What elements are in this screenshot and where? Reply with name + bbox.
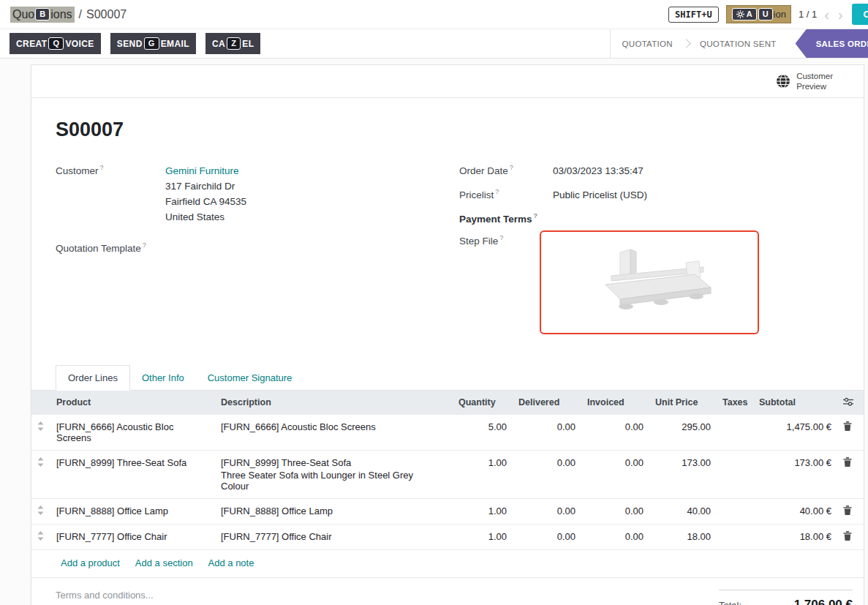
cell-quantity[interactable]: 1.00 bbox=[453, 450, 513, 498]
drag-handle-icon[interactable] bbox=[31, 498, 50, 524]
cell-delivered[interactable]: 0.00 bbox=[513, 450, 581, 498]
cell-delivered[interactable]: 0.00 bbox=[513, 498, 581, 524]
order-line-row[interactable]: [FURN_8999] Three-Seat Sofa [FURN_8999] … bbox=[31, 450, 864, 498]
button-label: EMAIL bbox=[161, 39, 189, 49]
cell-unit-price[interactable]: 173.00 bbox=[649, 450, 717, 498]
add-section-link[interactable]: Add a section bbox=[135, 557, 193, 568]
cell-invoiced[interactable]: 0.00 bbox=[581, 524, 649, 549]
column-header-invoiced: Invoiced bbox=[581, 391, 649, 415]
cell-delivered[interactable]: 0.00 bbox=[513, 415, 581, 451]
customer-field-label: Customer? bbox=[56, 163, 165, 225]
form-fields: Customer? Gemini Furniture 317 Fairchild… bbox=[56, 163, 839, 343]
delete-row-icon[interactable] bbox=[843, 457, 852, 467]
cell-taxes[interactable] bbox=[717, 524, 753, 549]
cell-taxes[interactable] bbox=[717, 415, 753, 451]
add-product-link[interactable]: Add a product bbox=[61, 557, 120, 568]
delete-row-icon[interactable] bbox=[843, 421, 852, 431]
cell-delivered[interactable]: 0.00 bbox=[513, 524, 581, 549]
cell-unit-price[interactable]: 18.00 bbox=[649, 524, 717, 549]
cell-invoiced[interactable]: 0.00 bbox=[581, 415, 649, 451]
button-label: CA bbox=[212, 39, 225, 49]
tab-order-lines[interactable]: Order Lines bbox=[56, 365, 130, 391]
help-question-mark: ? bbox=[495, 188, 499, 195]
column-header-taxes: Taxes bbox=[717, 391, 753, 415]
customer-preview-button[interactable]: Customer Preview bbox=[776, 71, 833, 91]
help-question-mark: ? bbox=[100, 164, 104, 171]
pricelist-field-value[interactable]: Public Pricelist (USD) bbox=[553, 187, 647, 203]
chevron-left-icon[interactable]: ‹ bbox=[823, 7, 831, 22]
button-label: VOICE bbox=[65, 39, 94, 49]
cell-product[interactable]: [FURN_7777] Office Chair bbox=[50, 524, 215, 549]
customer-address-line2: Fairfield CA 94535 bbox=[165, 194, 246, 209]
delete-row-icon[interactable] bbox=[843, 531, 852, 541]
cell-quantity[interactable]: 5.00 bbox=[453, 415, 513, 451]
drag-handle-icon[interactable] bbox=[31, 415, 50, 451]
customer-address-line1: 317 Fairchild Dr bbox=[165, 179, 246, 194]
stage-sales-order[interactable]: SALES ORDER bbox=[796, 29, 868, 58]
cell-unit-price[interactable]: 295.00 bbox=[649, 415, 717, 451]
column-header-delivered: Delivered bbox=[513, 391, 581, 415]
create-invoice-button[interactable]: CREATQVOICE bbox=[10, 33, 101, 54]
button-label: SEND bbox=[117, 39, 143, 49]
optional-columns-button[interactable] bbox=[837, 391, 864, 415]
help-question-mark: ? bbox=[510, 164, 513, 171]
quotation-template-field-label: Quotation Template? bbox=[56, 241, 165, 254]
breadcrumb-separator: / bbox=[79, 8, 82, 21]
breadcrumb-parent-text-pre: Quo bbox=[12, 8, 34, 21]
close-button[interactable]: Close bbox=[852, 4, 868, 25]
customer-name-link[interactable]: Gemini Furniture bbox=[165, 163, 246, 179]
cell-unit-price[interactable]: 40.00 bbox=[649, 498, 717, 524]
order-line-row[interactable]: [FURN_8888] Office Lamp [FURN_8888] Offi… bbox=[31, 498, 864, 524]
column-header-unit-price: Unit Price bbox=[649, 391, 717, 415]
stage-quotation-sent[interactable]: QUOTATION SENT bbox=[688, 29, 788, 58]
column-header-product: Product bbox=[50, 391, 215, 415]
drag-handle-icon[interactable] bbox=[31, 450, 50, 498]
total-value: 1,706.00 € bbox=[794, 598, 853, 605]
tab-customer-signature[interactable]: Customer Signature bbox=[196, 366, 304, 390]
cell-taxes[interactable] bbox=[717, 498, 753, 524]
cell-product[interactable]: [FURN_8999] Three-Seat Sofa bbox=[50, 450, 215, 498]
cell-description[interactable]: [FURN_6666] Acoustic Bloc Screens bbox=[215, 415, 453, 451]
cell-description[interactable]: [FURN_8999] Three-Seat Sofa Three Seater… bbox=[215, 450, 453, 498]
action-menu-button[interactable]: A U ion bbox=[726, 5, 791, 23]
control-panel: CREATQVOICE SENDGEMAIL CAZEL QUOTATION Q… bbox=[0, 29, 868, 59]
notebook-tabs: Order Lines Other Info Customer Signatur… bbox=[31, 365, 864, 391]
cell-quantity[interactable]: 1.00 bbox=[453, 524, 513, 549]
cell-description[interactable]: [FURN_8888] Office Lamp bbox=[215, 498, 453, 524]
record-title: S00007 bbox=[56, 119, 839, 141]
order-line-row[interactable]: [FURN_6666] Acoustic Bloc Screens [FURN_… bbox=[31, 415, 864, 451]
cell-invoiced[interactable]: 0.00 bbox=[581, 498, 649, 524]
cell-product[interactable]: [FURN_6666] Acoustic Bloc Screens bbox=[50, 415, 215, 451]
form-sheet: Customer Preview S00007 Customer? Gemini… bbox=[31, 64, 864, 605]
cell-product[interactable]: [FURN_8888] Office Lamp bbox=[50, 498, 215, 524]
delete-row-icon[interactable] bbox=[843, 506, 852, 515]
tab-other-info[interactable]: Other Info bbox=[130, 366, 196, 390]
breadcrumb-parent[interactable]: QuoBions bbox=[10, 7, 75, 23]
cell-taxes[interactable] bbox=[717, 450, 753, 498]
add-note-link[interactable]: Add a note bbox=[208, 557, 254, 568]
column-header-quantity: Quantity bbox=[453, 391, 513, 415]
stage-quotation[interactable]: QUOTATION bbox=[611, 29, 684, 58]
cell-quantity[interactable]: 1.00 bbox=[453, 498, 513, 524]
order-line-row[interactable]: [FURN_7777] Office Chair [FURN_7777] Off… bbox=[31, 524, 864, 549]
column-header-description: Description bbox=[215, 391, 453, 415]
pricelist-field-label: Pricelist? bbox=[459, 187, 553, 203]
cell-description[interactable]: [FURN_7777] Office Chair bbox=[215, 524, 453, 549]
send-email-button[interactable]: SENDGEMAIL bbox=[110, 33, 196, 54]
table-header-row: Product Description Quantity Delivered I… bbox=[31, 391, 864, 415]
breadcrumb-parent-text-post: ions bbox=[50, 8, 72, 21]
drag-handle-icon[interactable] bbox=[31, 524, 50, 549]
pager-counter: 1 / 1 bbox=[799, 9, 817, 20]
action-menu-label: ion bbox=[774, 9, 786, 20]
step-file-image[interactable] bbox=[540, 230, 759, 334]
order-date-field-value[interactable]: 03/03/2023 13:35:47 bbox=[553, 163, 644, 179]
help-question-mark: ? bbox=[534, 212, 538, 219]
cell-invoiced[interactable]: 0.00 bbox=[581, 450, 649, 498]
customer-address-line3: United States bbox=[165, 209, 246, 225]
chevron-right-icon[interactable]: › bbox=[837, 7, 845, 22]
sliders-icon bbox=[843, 397, 853, 406]
terms-and-conditions-input[interactable]: Terms and conditions... bbox=[56, 590, 154, 605]
breadcrumb-current: S00007 bbox=[86, 8, 127, 21]
cancel-button[interactable]: CAZEL bbox=[205, 33, 260, 54]
keyboard-hint-badge: B bbox=[35, 8, 50, 20]
